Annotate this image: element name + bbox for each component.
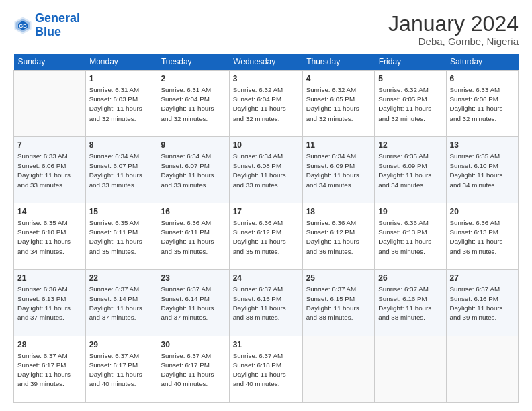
- day-number: 4: [306, 73, 371, 85]
- day-info: Sunrise: 6:31 AMSunset: 6:03 PMDaylight:…: [89, 85, 154, 124]
- logo-general: General: [35, 11, 80, 25]
- day-number: 9: [161, 140, 225, 151]
- calendar-cell: 29Sunrise: 6:37 AMSunset: 6:17 PMDayligh…: [85, 336, 157, 403]
- calendar-cell: 26Sunrise: 6:37 AMSunset: 6:16 PMDayligh…: [375, 270, 446, 336]
- calendar-cell: 30Sunrise: 6:37 AMSunset: 6:17 PMDayligh…: [157, 336, 229, 403]
- day-info: Sunrise: 6:37 AMSunset: 6:17 PMDaylight:…: [89, 351, 154, 390]
- calendar-cell: 22Sunrise: 6:37 AMSunset: 6:14 PMDayligh…: [85, 270, 157, 336]
- day-info: Sunrise: 6:36 AMSunset: 6:13 PMDaylight:…: [17, 285, 82, 323]
- day-number: 20: [450, 206, 515, 218]
- week-row-4: 21Sunrise: 6:36 AMSunset: 6:13 PMDayligh…: [14, 270, 519, 336]
- logo-icon: GB: [13, 16, 32, 35]
- calendar-cell: 18Sunrise: 6:36 AMSunset: 6:12 PMDayligh…: [302, 203, 375, 270]
- day-number: 10: [233, 140, 299, 151]
- day-info: Sunrise: 6:37 AMSunset: 6:14 PMDaylight:…: [161, 285, 225, 323]
- header-thursday: Thursday: [302, 54, 375, 71]
- day-info: Sunrise: 6:37 AMSunset: 6:14 PMDaylight:…: [89, 285, 154, 323]
- page: GB General Blue January 2024 Deba, Gombe…: [0, 0, 532, 411]
- calendar-cell: 16Sunrise: 6:36 AMSunset: 6:11 PMDayligh…: [157, 203, 229, 270]
- calendar-cell: [14, 71, 86, 137]
- calendar-cell: 7Sunrise: 6:33 AMSunset: 6:06 PMDaylight…: [14, 137, 86, 203]
- day-info: Sunrise: 6:34 AMSunset: 6:07 PMDaylight:…: [89, 152, 154, 190]
- day-number: 27: [450, 273, 515, 284]
- day-info: Sunrise: 6:37 AMSunset: 6:17 PMDaylight:…: [17, 351, 82, 390]
- calendar-cell: 5Sunrise: 6:32 AMSunset: 6:05 PMDaylight…: [375, 71, 446, 137]
- day-number: 26: [378, 273, 442, 284]
- day-info: Sunrise: 6:37 AMSunset: 6:16 PMDaylight:…: [450, 285, 515, 323]
- day-number: 3: [233, 73, 299, 85]
- day-number: 31: [233, 339, 299, 351]
- logo-blue: Blue: [35, 25, 61, 38]
- day-number: 25: [306, 273, 371, 284]
- calendar-cell: 4Sunrise: 6:32 AMSunset: 6:05 PMDaylight…: [302, 71, 375, 137]
- day-info: Sunrise: 6:37 AMSunset: 6:16 PMDaylight:…: [378, 285, 442, 323]
- day-info: Sunrise: 6:36 AMSunset: 6:11 PMDaylight:…: [161, 218, 225, 257]
- day-number: 11: [306, 140, 371, 151]
- calendar-cell: 8Sunrise: 6:34 AMSunset: 6:07 PMDaylight…: [85, 137, 157, 203]
- calendar-cell: 21Sunrise: 6:36 AMSunset: 6:13 PMDayligh…: [14, 270, 86, 336]
- day-number: 12: [378, 140, 442, 151]
- calendar-cell: 9Sunrise: 6:34 AMSunset: 6:07 PMDaylight…: [157, 137, 229, 203]
- calendar-cell: 24Sunrise: 6:37 AMSunset: 6:15 PMDayligh…: [229, 270, 302, 336]
- calendar-cell: 1Sunrise: 6:31 AMSunset: 6:03 PMDaylight…: [85, 71, 157, 137]
- day-info: Sunrise: 6:37 AMSunset: 6:15 PMDaylight:…: [233, 285, 299, 323]
- day-info: Sunrise: 6:32 AMSunset: 6:04 PMDaylight:…: [233, 85, 299, 124]
- day-info: Sunrise: 6:35 AMSunset: 6:11 PMDaylight:…: [89, 218, 154, 257]
- day-info: Sunrise: 6:32 AMSunset: 6:05 PMDaylight:…: [378, 85, 442, 124]
- day-number: 19: [378, 206, 442, 218]
- day-info: Sunrise: 6:33 AMSunset: 6:06 PMDaylight:…: [17, 152, 82, 190]
- day-info: Sunrise: 6:35 AMSunset: 6:10 PMDaylight:…: [450, 152, 515, 190]
- calendar-cell: 17Sunrise: 6:36 AMSunset: 6:12 PMDayligh…: [229, 203, 302, 270]
- calendar-cell: 11Sunrise: 6:34 AMSunset: 6:09 PMDayligh…: [302, 137, 375, 203]
- calendar-table: Sunday Monday Tuesday Wednesday Thursday…: [13, 54, 519, 403]
- day-info: Sunrise: 6:35 AMSunset: 6:09 PMDaylight:…: [378, 152, 442, 190]
- calendar-cell: 27Sunrise: 6:37 AMSunset: 6:16 PMDayligh…: [446, 270, 518, 336]
- day-number: 23: [161, 273, 225, 284]
- calendar-cell: 25Sunrise: 6:37 AMSunset: 6:15 PMDayligh…: [302, 270, 375, 336]
- day-number: 8: [89, 140, 154, 151]
- main-title: January 2024: [388, 12, 519, 36]
- day-number: 29: [89, 339, 154, 351]
- day-number: 1: [89, 73, 154, 85]
- day-number: 17: [233, 206, 299, 218]
- logo-text: General Blue: [35, 12, 80, 39]
- calendar-cell: 31Sunrise: 6:37 AMSunset: 6:18 PMDayligh…: [229, 336, 302, 403]
- day-info: Sunrise: 6:34 AMSunset: 6:07 PMDaylight:…: [161, 152, 225, 190]
- day-number: 14: [17, 206, 82, 218]
- day-info: Sunrise: 6:33 AMSunset: 6:06 PMDaylight:…: [450, 85, 515, 124]
- calendar-cell: 3Sunrise: 6:32 AMSunset: 6:04 PMDaylight…: [229, 71, 302, 137]
- day-number: 13: [450, 140, 515, 151]
- day-number: 6: [450, 73, 515, 85]
- day-number: 15: [89, 206, 154, 218]
- day-number: 18: [306, 206, 371, 218]
- day-number: 7: [17, 140, 82, 151]
- day-info: Sunrise: 6:34 AMSunset: 6:08 PMDaylight:…: [233, 152, 299, 190]
- calendar-cell: 2Sunrise: 6:31 AMSunset: 6:04 PMDaylight…: [157, 71, 229, 137]
- header-sunday: Sunday: [14, 54, 86, 71]
- calendar-cell: [446, 336, 518, 403]
- day-number: 28: [17, 339, 82, 351]
- calendar-cell: 10Sunrise: 6:34 AMSunset: 6:08 PMDayligh…: [229, 137, 302, 203]
- day-info: Sunrise: 6:31 AMSunset: 6:04 PMDaylight:…: [161, 85, 225, 124]
- header-monday: Monday: [85, 54, 157, 71]
- day-number: 16: [161, 206, 225, 218]
- header-friday: Friday: [375, 54, 446, 71]
- calendar-cell: 28Sunrise: 6:37 AMSunset: 6:17 PMDayligh…: [14, 336, 86, 403]
- week-row-1: 1Sunrise: 6:31 AMSunset: 6:03 PMDaylight…: [14, 71, 519, 137]
- header-wednesday: Wednesday: [229, 54, 302, 71]
- day-info: Sunrise: 6:36 AMSunset: 6:12 PMDaylight:…: [233, 218, 299, 257]
- subtitle: Deba, Gombe, Nigeria: [388, 36, 519, 47]
- calendar-cell: 6Sunrise: 6:33 AMSunset: 6:06 PMDaylight…: [446, 71, 518, 137]
- header: GB General Blue January 2024 Deba, Gombe…: [13, 12, 519, 47]
- day-info: Sunrise: 6:36 AMSunset: 6:13 PMDaylight:…: [378, 218, 442, 257]
- calendar-cell: 23Sunrise: 6:37 AMSunset: 6:14 PMDayligh…: [157, 270, 229, 336]
- calendar-cell: 13Sunrise: 6:35 AMSunset: 6:10 PMDayligh…: [446, 137, 518, 203]
- week-row-5: 28Sunrise: 6:37 AMSunset: 6:17 PMDayligh…: [14, 336, 519, 403]
- day-info: Sunrise: 6:37 AMSunset: 6:18 PMDaylight:…: [233, 351, 299, 390]
- calendar-cell: [375, 336, 446, 403]
- calendar-cell: 15Sunrise: 6:35 AMSunset: 6:11 PMDayligh…: [85, 203, 157, 270]
- day-number: 24: [233, 273, 299, 284]
- calendar-cell: 14Sunrise: 6:35 AMSunset: 6:10 PMDayligh…: [14, 203, 86, 270]
- day-number: 30: [161, 339, 225, 351]
- day-number: 21: [17, 273, 82, 284]
